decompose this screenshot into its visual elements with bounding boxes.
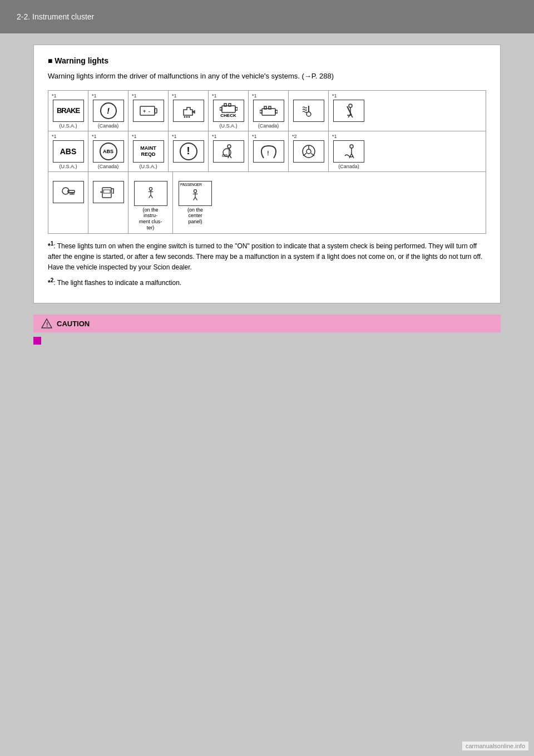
sub-abs-circle: (Canada) — [98, 164, 119, 169]
engine-outline-svg — [220, 102, 238, 114]
svg-rect-31 — [72, 193, 74, 194]
icon-person-cluster — [134, 181, 167, 206]
watermark: carmanualsonline.info — [462, 742, 528, 750]
battery-svg: + - — [139, 103, 158, 119]
svg-point-18 — [349, 104, 352, 107]
warning-cell-circle-i: *1 ! (Canada) — [88, 91, 128, 131]
sub-maint: (U.S.A.) — [139, 164, 157, 169]
svg-rect-7 — [222, 106, 235, 112]
superscript-abs-circle: *1 — [92, 134, 97, 140]
page-background: 2-2. Instrument cluster Warning lights W… — [0, 0, 534, 756]
superscript-tpms: *1 — [252, 134, 257, 140]
svg-rect-16 — [275, 110, 278, 113]
warning-cell-person-cluster: (on theinstru-ment clus-ter) — [128, 172, 173, 233]
oil-svg — [179, 103, 198, 119]
icon-fuel — [93, 181, 124, 203]
icon-canada-light — [333, 140, 364, 163]
header-bar: 2-2. Instrument cluster — [0, 0, 534, 33]
icon-airbag — [213, 140, 244, 163]
warning-cell-brake: *1 BRAKE (U.S.A.) — [48, 91, 88, 131]
sub-person-cluster: (on theinstru-ment clus-ter) — [139, 207, 162, 231]
svg-rect-32 — [70, 193, 72, 194]
svg-point-5 — [186, 116, 187, 117]
superscript-oil: *1 — [172, 93, 177, 100]
svg-point-17 — [306, 112, 311, 116]
svg-point-35 — [149, 188, 152, 190]
warning-cell-exclamation: *1 ! — [169, 131, 209, 171]
warning-cell-abs-text: *1 ABS (U.S.A.) — [48, 131, 88, 171]
svg-point-4 — [184, 116, 185, 117]
main-content: Warning lights Warning lights inform the… — [33, 45, 501, 303]
engine-canada-svg — [260, 104, 278, 117]
svg-point-6 — [188, 116, 190, 117]
warning-cell-person-center: PASSENGER (on thecenterpanel) — [173, 172, 217, 233]
sub-canada-light: (Canada) — [338, 164, 359, 169]
warning-cell-eps: *2 — [289, 131, 329, 171]
fuel-svg — [99, 184, 118, 200]
icon-maint: MAINTREQD — [133, 140, 164, 163]
header-title: 2-2. Instrument cluster — [17, 12, 94, 21]
icon-key — [53, 181, 84, 203]
svg-rect-10 — [220, 107, 222, 110]
warning-cell-airbag: *1 — [209, 131, 249, 171]
sub-check-engine: (U.S.A.) — [219, 123, 237, 129]
superscript-battery: *1 — [132, 93, 137, 100]
svg-rect-15 — [260, 110, 262, 113]
superscript-abs-text: *1 — [52, 134, 57, 140]
warning-cell-abs-circle: *1 ABS (Canada) — [88, 131, 128, 171]
warning-cell-canada-light: *1 (Canada) — [329, 131, 369, 171]
svg-rect-12 — [262, 109, 275, 115]
sub-abs-text: (U.S.A.) — [59, 164, 77, 169]
icon-seatbelt — [333, 100, 364, 122]
svg-rect-14 — [269, 106, 271, 109]
warning-row-3: (on theinstru-ment clus-ter) PASSENGER — [48, 172, 486, 233]
svg-point-28 — [350, 145, 353, 148]
superscript-eps: *2 — [292, 134, 297, 140]
svg-rect-9 — [229, 104, 231, 106]
caution-bar: ! CAUTION — [33, 315, 501, 332]
icon-person-center: PASSENGER — [179, 181, 212, 206]
svg-point-36 — [194, 190, 196, 193]
svg-text:-: - — [149, 109, 150, 114]
icon-abs-circle: ABS — [93, 140, 124, 163]
canada-light-svg — [339, 144, 358, 159]
section-title: Warning lights — [48, 56, 486, 65]
svg-text:+: + — [143, 109, 146, 114]
warning-cell-check-engine: *1 CHECK — [209, 91, 249, 131]
svg-rect-13 — [264, 106, 266, 109]
icon-battery: + - — [133, 100, 164, 122]
person-cluster-svg — [142, 186, 159, 200]
sub-circle-i: (Canada) — [98, 123, 119, 129]
svg-point-19 — [228, 145, 231, 148]
superscript-brake: *1 — [52, 93, 57, 100]
person-center-svg — [187, 189, 204, 202]
superscript-seatbelt: *1 — [332, 93, 337, 100]
eps-svg — [299, 144, 318, 159]
superscript-maint: *1 — [132, 134, 137, 140]
warning-cell-tpms: *1 ! — [249, 131, 289, 171]
warning-row-1: *1 BRAKE (U.S.A.) *1 ! (Canada) *1 — [48, 91, 486, 131]
svg-text:!: ! — [46, 322, 48, 328]
warning-cell-key — [48, 172, 88, 233]
superscript-exclamation: *1 — [172, 134, 177, 140]
icon-exclamation: ! — [173, 140, 204, 163]
intro-text: Warning lights inform the driver of malf… — [48, 71, 486, 82]
check-word: CHECK — [220, 114, 236, 119]
icon-tpms: ! — [253, 140, 284, 163]
warning-row-2: *1 ABS (U.S.A.) *1 ABS (Canada) *1 — [48, 131, 486, 172]
footnote-2: *2: The light flashes to indicate a malf… — [48, 276, 486, 288]
warning-cell-oil: *1 — [169, 91, 209, 131]
temp-svg — [299, 103, 318, 119]
svg-rect-1 — [155, 109, 157, 113]
svg-text:!: ! — [267, 150, 269, 156]
warning-cell-fuel — [88, 172, 128, 233]
caution-triangle-icon: ! — [41, 318, 52, 329]
icon-circle-i: ! — [93, 100, 124, 122]
warning-cell-maint: *1 MAINTREQD (U.S.A.) — [128, 131, 169, 171]
superscript-airbag: *1 — [212, 134, 217, 140]
icon-abs-text: ABS — [53, 140, 84, 163]
svg-rect-34 — [103, 190, 110, 193]
svg-rect-0 — [140, 106, 155, 115]
warning-cell-temp — [289, 91, 329, 131]
sub-engine-canada: (Canada) — [258, 123, 279, 129]
